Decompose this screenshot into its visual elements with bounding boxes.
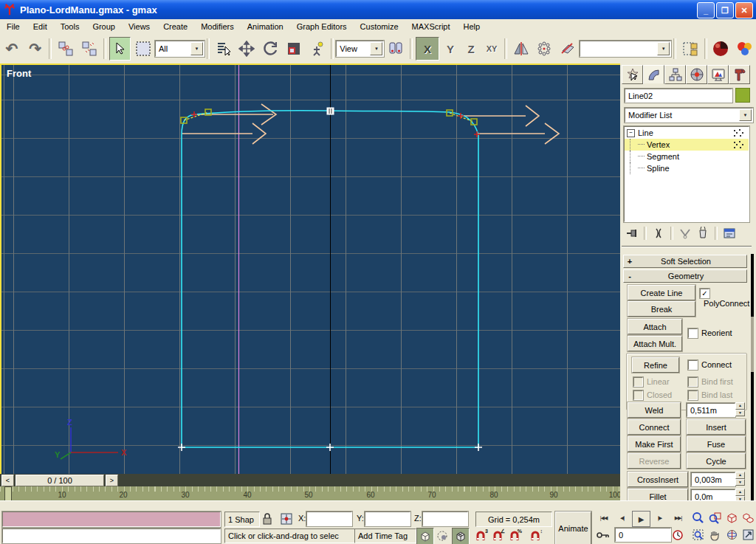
go-to-start-button[interactable]: |◀◀	[595, 511, 612, 526]
minimize-button[interactable]: _	[697, 2, 715, 18]
pan-button[interactable]	[707, 527, 723, 543]
restrict-xy-plane-button[interactable]: XY	[483, 38, 501, 59]
prev-frame-slider-button[interactable]: <	[1, 475, 14, 486]
spline-shape[interactable]	[182, 111, 478, 447]
stack-item-line[interactable]: − Line	[625, 127, 749, 139]
polyconnect-checkbox[interactable]: ✓PolyConnect	[700, 288, 756, 308]
select-and-manipulate-button[interactable]	[306, 37, 329, 61]
cycle-button[interactable]: Cycle	[687, 453, 746, 469]
crossinsert-button[interactable]: CrossInsert	[628, 472, 688, 487]
zoom-button[interactable]	[690, 510, 706, 526]
chevron-down-icon[interactable]: ▼	[739, 109, 752, 121]
panel-scrollbar-thumb[interactable]	[751, 317, 754, 372]
use-pivot-center-button[interactable]	[385, 37, 407, 61]
restrict-x-button[interactable]: X	[416, 37, 439, 61]
tab-hierarchy[interactable]	[664, 65, 686, 84]
render-button[interactable]	[733, 37, 755, 61]
min-max-toggle-button[interactable]	[740, 527, 756, 543]
fuse-button[interactable]: Fuse	[687, 436, 746, 452]
named-selection-dropdown[interactable]: ▼	[580, 41, 671, 57]
menu-graph-editors[interactable]: Graph Editors	[290, 21, 354, 32]
attach-mult-button[interactable]: Attach Mult.	[628, 336, 682, 351]
insert-button[interactable]: Insert	[687, 419, 746, 435]
current-frame-field[interactable]: 0	[615, 528, 671, 542]
viewport-label[interactable]: Front	[7, 68, 31, 79]
current-frame-marker[interactable]	[4, 486, 12, 501]
select-and-move-button[interactable]	[236, 37, 258, 61]
go-to-end-button[interactable]: ▶▶|	[670, 511, 687, 526]
y-coordinate-field[interactable]	[365, 512, 410, 526]
rollout-geometry[interactable]: - Geometry	[623, 269, 747, 283]
rollout-soft-selection[interactable]: + Soft Selection	[623, 255, 747, 268]
mirror-button[interactable]	[510, 37, 532, 61]
select-object-button[interactable]	[109, 37, 131, 61]
chevron-down-icon[interactable]: ▼	[190, 42, 203, 55]
next-frame-slider-button[interactable]: >	[106, 475, 118, 486]
zoom-extents-button[interactable]	[724, 510, 740, 526]
selection-lock-button[interactable]	[259, 511, 275, 526]
linear-checkbox[interactable]: Linear	[633, 376, 670, 387]
attach-button[interactable]: Attach	[628, 319, 682, 334]
zoom-extents-all-button[interactable]	[740, 510, 756, 526]
angle-snap-button[interactable]: ∠	[489, 528, 506, 543]
bind-first-checkbox[interactable]: Bind first	[688, 376, 733, 387]
z-coordinate-field[interactable]	[422, 512, 468, 526]
unlink-selection-button[interactable]	[78, 37, 100, 61]
bind-last-checkbox[interactable]: Bind last	[688, 390, 732, 400]
add-time-tag[interactable]: Add Time Tag	[354, 528, 416, 543]
selection-filter-dropdown[interactable]: All ▼	[155, 41, 205, 57]
zoom-all-button[interactable]	[707, 510, 723, 526]
stack-item-segment[interactable]: Segment	[625, 151, 749, 162]
select-and-link-button[interactable]	[55, 37, 77, 61]
reorient-checkbox[interactable]: Reorient	[688, 328, 732, 338]
object-color-swatch[interactable]	[735, 88, 750, 103]
shade-toggle-button[interactable]	[416, 528, 434, 544]
title-bar[interactable]: Plano-LordManu.gmax - gmax _ ❐ ✕	[0, 0, 756, 19]
select-by-name-button[interactable]	[213, 37, 235, 61]
undo-button[interactable]: ↶	[1, 37, 23, 61]
make-unique-button[interactable]	[676, 226, 694, 241]
tab-create[interactable]	[622, 65, 643, 84]
connect-checkbox[interactable]: Connect	[688, 359, 732, 370]
menu-modifiers[interactable]: Modifiers	[194, 21, 241, 32]
menu-tools[interactable]: Tools	[54, 21, 86, 32]
configure-modifier-sets-button[interactable]	[721, 226, 738, 241]
break-button[interactable]: Break	[628, 301, 695, 317]
menu-maxscript[interactable]: MAXScript	[405, 21, 457, 32]
menu-animation[interactable]: Animation	[241, 21, 290, 32]
modifier-list-dropdown[interactable]: Modifier List ▼	[625, 108, 753, 123]
closed-checkbox[interactable]: Closed	[633, 390, 672, 400]
spinner-snap-button[interactable]: ↕	[527, 528, 543, 543]
redo-button[interactable]: ↷	[24, 37, 47, 61]
collapse-icon[interactable]: −	[627, 129, 635, 137]
select-and-scale-button[interactable]	[283, 37, 305, 61]
animate-button[interactable]: Animate	[555, 512, 591, 544]
next-frame-button[interactable]: |▶	[651, 511, 668, 526]
object-name-field[interactable]: Line02	[625, 89, 732, 103]
selected-vertex-marker[interactable]	[327, 108, 334, 114]
stack-item-vertex[interactable]: Vertex	[625, 139, 749, 151]
absolute-mode-button[interactable]	[278, 511, 295, 526]
key-mode-button[interactable]	[595, 527, 611, 543]
menu-group[interactable]: Group	[86, 21, 122, 32]
listener-line[interactable]	[2, 528, 221, 543]
reverse-button[interactable]: Reverse	[628, 453, 681, 469]
array-button[interactable]	[534, 37, 556, 61]
material-editor-button[interactable]	[710, 37, 732, 61]
time-slider-handle[interactable]: 0 / 100	[16, 475, 104, 486]
time-slider-track[interactable]: < 0 / 100 >	[0, 474, 620, 486]
tab-utilities[interactable]	[729, 65, 750, 84]
previous-frame-button[interactable]: ◀|	[614, 511, 630, 526]
selection-region-button[interactable]	[132, 37, 154, 61]
textured-cube-button[interactable]	[452, 528, 470, 544]
weld-button[interactable]: Weld	[628, 402, 681, 418]
menu-views[interactable]: Views	[122, 21, 157, 32]
chevron-down-icon[interactable]: ▼	[657, 42, 670, 55]
tab-display[interactable]	[707, 65, 729, 84]
viewport-canvas[interactable]: Z X Y Front	[1, 65, 620, 474]
tab-motion[interactable]	[686, 65, 707, 84]
snap-toggle-3d-button[interactable]: 3	[472, 528, 489, 543]
create-line-button[interactable]: Create Line	[628, 285, 695, 300]
panel-scrollbar[interactable]	[751, 254, 754, 509]
percent-snap-button[interactable]: %	[506, 528, 523, 543]
